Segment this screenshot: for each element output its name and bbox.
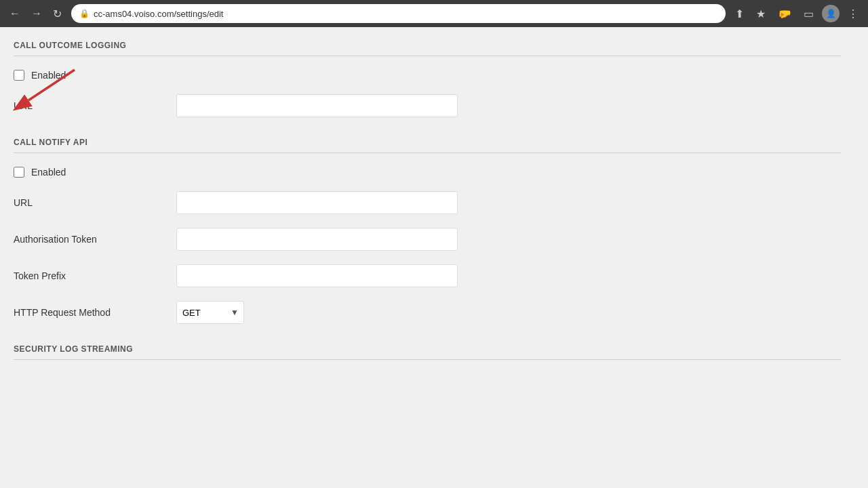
layout-button[interactable]: ▭ — [800, 5, 818, 23]
url-text: cc-ams04.voiso.com/settings/edit — [94, 9, 223, 19]
auth-token-label: Authorisation Token — [14, 234, 176, 245]
security-log-streaming-section: SECURITY LOG STREAMING — [14, 344, 841, 360]
call-notify-url-input[interactable] — [176, 191, 458, 214]
token-prefix-label: Token Prefix — [14, 270, 176, 281]
auth-token-row: Authorisation Token — [14, 228, 841, 251]
http-method-row: HTTP Request Method GET POST PUT PATCH ▼ — [14, 301, 841, 324]
call-outcome-enabled-checkbox[interactable] — [14, 70, 24, 81]
call-outcome-logging-title: CALL OUTCOME LOGGING — [14, 41, 841, 56]
main-area: CALL OUTCOME LOGGING Enabled URL — [0, 27, 854, 394]
browser-actions: ⬆ ★ 🤛 ▭ 👤 ⋮ — [731, 5, 863, 23]
back-button[interactable]: ← — [5, 5, 24, 23]
forward-button[interactable]: → — [27, 5, 46, 23]
avatar: 👤 — [822, 5, 840, 22]
menu-button[interactable]: ⋮ — [844, 5, 863, 23]
nav-buttons: ← → ↻ — [5, 5, 66, 23]
auth-token-input[interactable] — [176, 228, 458, 251]
lock-icon: 🔒 — [79, 9, 90, 18]
call-outcome-enabled-row: Enabled — [14, 70, 841, 81]
browser-chrome: ← → ↻ 🔒 cc-ams04.voiso.com/settings/edit… — [0, 0, 868, 27]
bookmark-button[interactable]: ★ — [752, 5, 770, 23]
call-outcome-url-label: URL — [14, 100, 176, 111]
http-method-select[interactable]: GET POST PUT PATCH — [176, 301, 244, 324]
call-notify-url-label: URL — [14, 197, 176, 208]
share-button[interactable]: ⬆ — [731, 5, 748, 23]
token-prefix-row: Token Prefix — [14, 264, 841, 287]
reload-button[interactable]: ↻ — [49, 5, 66, 23]
security-log-streaming-title: SECURITY LOG STREAMING — [14, 344, 841, 360]
extensions-button[interactable]: 🤛 — [774, 5, 795, 23]
call-outcome-url-row: URL — [14, 94, 841, 117]
http-method-select-wrapper: GET POST PUT PATCH ▼ — [176, 301, 244, 324]
call-outcome-logging-section: CALL OUTCOME LOGGING Enabled URL — [14, 41, 841, 117]
call-notify-enabled-checkbox[interactable] — [14, 167, 24, 178]
http-method-label: HTTP Request Method — [14, 307, 176, 318]
call-notify-api-section: CALL NOTIFY API Enabled URL Authorisatio… — [14, 138, 841, 324]
address-bar[interactable]: 🔒 cc-ams04.voiso.com/settings/edit — [71, 4, 726, 23]
page-content: CALL OUTCOME LOGGING Enabled URL — [0, 27, 868, 488]
call-notify-enabled-label: Enabled — [31, 167, 66, 178]
token-prefix-input[interactable] — [176, 264, 458, 287]
call-outcome-enabled-label: Enabled — [31, 70, 66, 81]
call-notify-api-title: CALL NOTIFY API — [14, 138, 841, 153]
call-notify-url-row: URL — [14, 191, 841, 214]
call-notify-enabled-row: Enabled — [14, 167, 841, 178]
call-outcome-url-input[interactable] — [176, 94, 458, 117]
